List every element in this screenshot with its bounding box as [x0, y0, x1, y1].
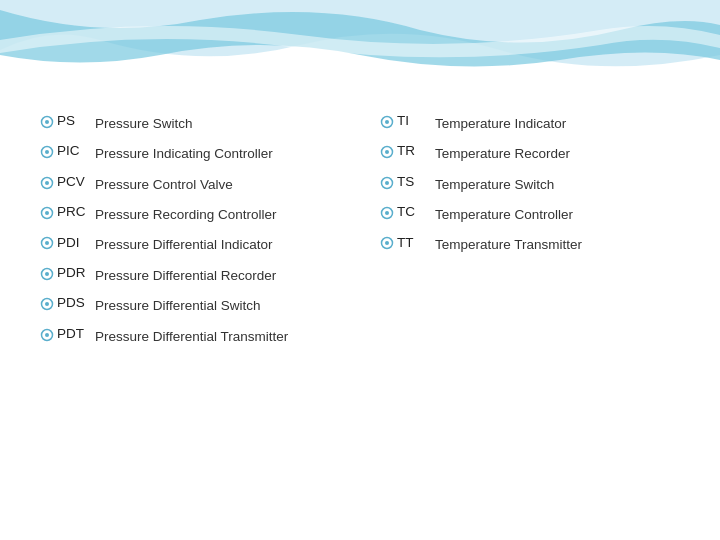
left-column: PS Pressure Switch PIC Pressure Indicati…	[40, 110, 340, 353]
list-item: PDT Pressure Differential Transmitter	[40, 323, 340, 347]
svg-point-21	[385, 181, 389, 185]
item-description: Temperature Controller	[435, 204, 573, 226]
svg-point-13	[45, 302, 49, 306]
svg-point-17	[385, 120, 389, 124]
item-description: Temperature Indicator	[435, 113, 566, 135]
item-code: PDT	[40, 323, 95, 345]
svg-point-25	[385, 241, 389, 245]
item-code: PS	[40, 110, 95, 132]
item-description: Temperature Switch	[435, 174, 554, 196]
list-item: PCV Pressure Control Valve	[40, 171, 340, 195]
list-item: PDI Pressure Differential Indicator	[40, 232, 340, 256]
item-description: Pressure Differential Indicator	[95, 234, 273, 256]
item-code: PCV	[40, 171, 95, 193]
list-item: TS Temperature Switch	[380, 171, 680, 195]
list-item: PRC Pressure Recording Controller	[40, 201, 340, 225]
item-code: TT	[380, 232, 435, 254]
item-description: Pressure Switch	[95, 113, 193, 135]
item-code: TI	[380, 110, 435, 132]
list-item: TR Temperature Recorder	[380, 140, 680, 164]
svg-point-19	[385, 150, 389, 154]
svg-point-7	[45, 211, 49, 215]
item-description: Pressure Differential Recorder	[95, 265, 276, 287]
item-code: PDI	[40, 232, 95, 254]
item-code: TS	[380, 171, 435, 193]
item-description: Pressure Differential Transmitter	[95, 326, 288, 348]
svg-point-1	[45, 120, 49, 124]
top-decoration	[0, 0, 720, 90]
list-item: PDR Pressure Differential Recorder	[40, 262, 340, 286]
list-item: TI Temperature Indicator	[380, 110, 680, 134]
list-item: PIC Pressure Indicating Controller	[40, 140, 340, 164]
list-item: TT Temperature Transmitter	[380, 232, 680, 256]
list-item: TC Temperature Controller	[380, 201, 680, 225]
list-item: PS Pressure Switch	[40, 110, 340, 134]
main-content: PS Pressure Switch PIC Pressure Indicati…	[40, 110, 680, 353]
item-description: Temperature Transmitter	[435, 234, 582, 256]
item-description: Temperature Recorder	[435, 143, 570, 165]
item-code: TC	[380, 201, 435, 223]
item-description: Pressure Recording Controller	[95, 204, 277, 226]
item-code: PDS	[40, 292, 95, 314]
svg-point-5	[45, 181, 49, 185]
item-description: Pressure Control Valve	[95, 174, 233, 196]
svg-point-9	[45, 241, 49, 245]
svg-point-15	[45, 333, 49, 337]
right-column: TI Temperature Indicator TR Temperature …	[380, 110, 680, 353]
item-description: Pressure Indicating Controller	[95, 143, 273, 165]
item-description: Pressure Differential Switch	[95, 295, 261, 317]
item-code: PDR	[40, 262, 95, 284]
svg-point-23	[385, 211, 389, 215]
svg-point-11	[45, 272, 49, 276]
svg-point-3	[45, 150, 49, 154]
item-code: PRC	[40, 201, 95, 223]
item-code: PIC	[40, 140, 95, 162]
list-item: PDS Pressure Differential Switch	[40, 292, 340, 316]
item-code: TR	[380, 140, 435, 162]
